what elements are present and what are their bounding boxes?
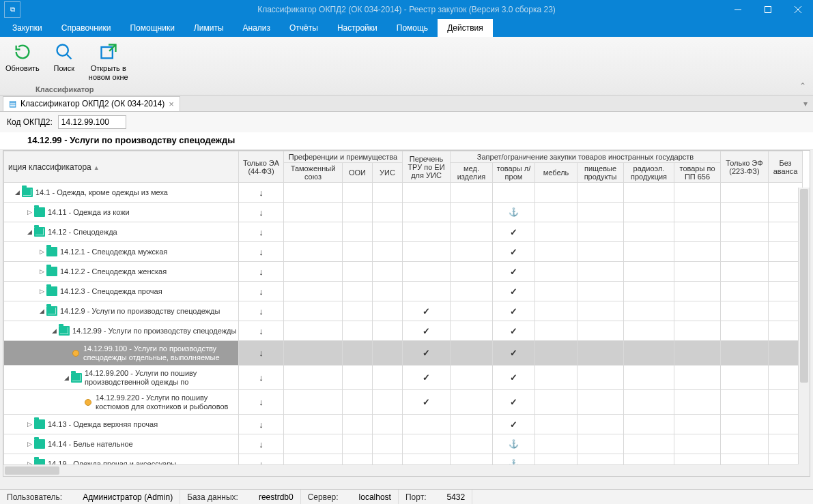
col-group-pref: Преференции и преимущества xyxy=(284,151,403,163)
row-label: 14.12.2 - Спецодежда женская xyxy=(60,266,168,278)
horizontal-scrollbar[interactable] xyxy=(3,464,798,476)
folder-icon xyxy=(46,247,57,256)
menu-лимиты[interactable]: Лимиты xyxy=(184,19,233,37)
col-ef223[interactable]: Только ЭФ (223-ФЗ) xyxy=(721,151,769,183)
tree-expander[interactable]: ◢ xyxy=(49,327,59,334)
scroll-corner xyxy=(798,464,810,476)
search-icon xyxy=(53,41,75,63)
tree-expander[interactable]: ▷ xyxy=(25,421,34,428)
maximize-button[interactable] xyxy=(753,0,783,19)
table-row[interactable]: ▷14.14 - Белье нательное xyxy=(4,434,803,454)
status-db-value: reestrdb0 xyxy=(259,492,294,502)
table-row[interactable]: ▷14.13 - Одежда верхняя прочая xyxy=(4,415,803,434)
col-tree[interactable]: иция классификатора▲ xyxy=(4,151,239,183)
vertical-scrollbar[interactable] xyxy=(798,188,810,464)
table-row[interactable]: ▷14.12.3 - Спецодежда прочая xyxy=(4,282,803,301)
row-label: 14.12.99.200 - Услуги по пошиву производ… xyxy=(85,368,238,388)
filter-label: Код ОКПД2: xyxy=(7,117,53,127)
col-pref-uis[interactable]: УИС xyxy=(373,163,403,183)
close-button[interactable] xyxy=(783,0,813,19)
col-ban-med[interactable]: мед. изделия xyxy=(451,163,493,183)
title-bar: ⧉ Классификатор ОКПД2 (ОК 034-2014) - Ре… xyxy=(0,0,813,19)
tree-expander[interactable]: ▷ xyxy=(37,248,46,255)
folder-icon xyxy=(71,373,82,383)
col-pref-ooi[interactable]: ООИ xyxy=(343,163,373,183)
row-label: 14.12 - Спецодежда xyxy=(48,226,119,238)
table-row[interactable]: ▷14.12.1 - Спецодежда мужская xyxy=(4,242,803,262)
document-icon: ▤ xyxy=(9,99,16,108)
table-row[interactable]: ◢14.12.9 - Услуги по производству спецод… xyxy=(4,301,803,321)
table-row[interactable]: ◢14.12.99.200 - Услуги по пошиву произво… xyxy=(4,366,803,390)
item-icon xyxy=(85,399,91,406)
menu-настройки[interactable]: Настройки xyxy=(328,19,387,37)
tree-expander[interactable]: ▷ xyxy=(37,288,46,295)
col-ban-pp656[interactable]: товары по ПП 656 xyxy=(674,163,721,183)
col-pref-customs[interactable]: Таможенный союз xyxy=(284,163,343,183)
table-row[interactable]: ▷14.11 - Одежда из кожи xyxy=(4,203,803,222)
item-icon xyxy=(72,350,79,357)
ribbon-collapse-icon[interactable]: ⌃ xyxy=(799,81,806,91)
cell-mark xyxy=(510,327,517,336)
col-tru[interactable]: Перечень ТРУ по ЕИ для УИС xyxy=(403,151,451,183)
tree-expander[interactable]: ◢ xyxy=(61,374,71,381)
table-row[interactable]: ◢14.1 - Одежда, кроме одежды из меха xyxy=(4,183,803,203)
table-row[interactable]: ▷14.12.2 - Спецодежда женская xyxy=(4,262,803,282)
folder-icon xyxy=(59,326,70,336)
cell-mark xyxy=(510,307,517,316)
document-tab-strip: ▤ Классификатор ОКПД2 (ОК 034-2014) × ▾ xyxy=(0,95,813,112)
tree-expander[interactable]: ◢ xyxy=(37,308,46,314)
cell-mark xyxy=(259,349,263,358)
row-label: 14.12.1 - Спецодежда мужская xyxy=(60,246,169,258)
cell-mark xyxy=(509,439,519,449)
svg-rect-1 xyxy=(765,7,771,13)
svg-line-5 xyxy=(66,55,71,59)
refresh-icon xyxy=(12,41,33,63)
cell-mark xyxy=(509,207,519,217)
menu-отчёты[interactable]: Отчёты xyxy=(280,19,328,37)
document-tab[interactable]: ▤ Классификатор ОКПД2 (ОК 034-2014) × xyxy=(3,96,180,111)
cell-mark xyxy=(259,267,263,277)
col-ban-lprom[interactable]: товары л/пром xyxy=(493,163,535,183)
tree-expander[interactable]: ▷ xyxy=(37,268,46,275)
cell-mark xyxy=(423,327,430,336)
folder-icon xyxy=(34,439,45,449)
tree-expander[interactable]: ▷ xyxy=(25,209,34,216)
cell-mark xyxy=(259,208,263,218)
menu-закупки[interactable]: Закупки xyxy=(3,19,52,37)
col-ban-radio[interactable]: радиоэл. продукция xyxy=(624,163,674,183)
minimize-button[interactable] xyxy=(723,0,753,19)
cell-mark xyxy=(259,248,263,257)
refresh-label: Обновить xyxy=(5,64,40,73)
open-new-window-icon xyxy=(98,41,119,63)
okpd2-code-input[interactable] xyxy=(58,115,126,129)
folder-icon xyxy=(46,267,57,276)
menu-помощь[interactable]: Помощь xyxy=(387,19,438,37)
ribbon-group-label: Классификатор xyxy=(35,85,94,93)
table-row[interactable]: 14.12.99.100 - Услуги по производству сп… xyxy=(4,341,803,366)
col-ban-furniture[interactable]: мебель xyxy=(535,163,577,183)
cell-mark xyxy=(259,228,263,237)
table-row[interactable]: ◢14.12.99 - Услуги по производству спецо… xyxy=(4,321,803,341)
cell-mark xyxy=(510,398,517,407)
table-row[interactable]: 14.12.99.220 - Услуги по пошиву костюмов… xyxy=(4,390,803,415)
tree-expander[interactable]: ◢ xyxy=(25,228,34,235)
menu-помощники[interactable]: Помощники xyxy=(120,19,184,37)
menu-анализ[interactable]: Анализ xyxy=(233,19,281,37)
cell-mark xyxy=(259,420,263,430)
tree-expander[interactable]: ▷ xyxy=(25,441,34,447)
cell-mark xyxy=(510,373,517,383)
cell-mark xyxy=(259,307,263,316)
col-ea44[interactable]: Только ЭА (44-ФЗ) xyxy=(239,151,284,183)
tab-help-icon[interactable]: ▾ xyxy=(803,99,808,108)
menu-действия[interactable]: Действия xyxy=(438,19,493,37)
menu-справочники[interactable]: Справочники xyxy=(52,19,121,37)
open-new-label: Открыть в новом окне xyxy=(89,64,128,82)
close-tab-icon[interactable]: × xyxy=(169,99,174,109)
col-ban-food[interactable]: пищевые продукты xyxy=(577,163,624,183)
cell-mark xyxy=(423,398,430,407)
col-noadv[interactable]: Без аванса xyxy=(769,151,803,183)
cell-mark xyxy=(259,287,263,297)
tree-expander[interactable]: ◢ xyxy=(12,189,22,196)
table-row[interactable]: ◢14.12 - Спецодежда xyxy=(4,222,803,242)
ribbon: Обновить Поиск Открыть в новом окне Клас… xyxy=(0,37,813,95)
